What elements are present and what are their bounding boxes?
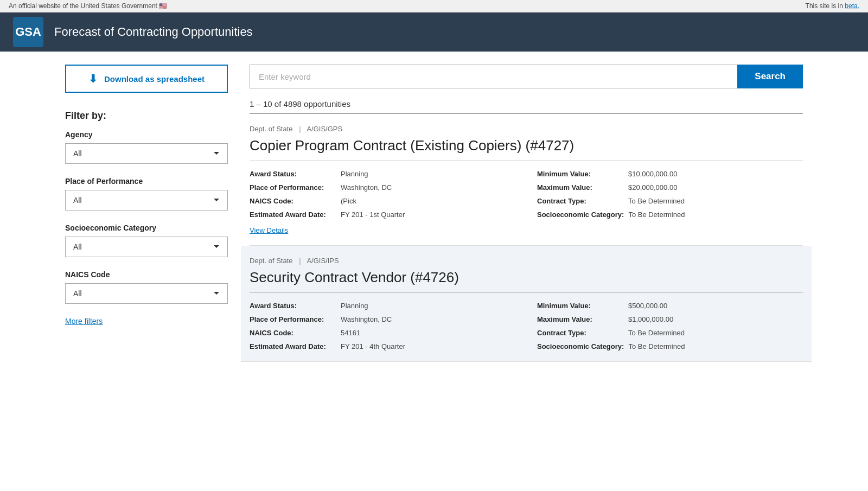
search-input[interactable] xyxy=(250,65,737,88)
socioeconomic-category-row-2: Socioeconomic Category: To Be Determined xyxy=(537,342,803,350)
place-of-performance-filter-label: Place of Performance xyxy=(65,177,228,186)
naics-code-row: NAICS Code: (Pick xyxy=(250,197,515,205)
estimated-award-date-row-2: Estimated Award Date: FY 201 - 4th Quart… xyxy=(250,342,515,350)
download-spreadsheet-button[interactable]: ⬇ Download as spreadsheet xyxy=(65,65,228,93)
socioeconomic-category-row: Socioeconomic Category: To Be Determined xyxy=(537,211,803,219)
award-status-row-2: Award Status: Planning xyxy=(250,302,515,310)
contract-type-row: Contract Type: To Be Determined xyxy=(537,197,803,205)
beta-notice: This site is in beta. xyxy=(806,2,859,10)
search-bar: Search xyxy=(250,65,803,88)
contract-type-row-2: Contract Type: To Be Determined xyxy=(537,329,803,337)
naics-code-filter-select[interactable]: All xyxy=(65,283,228,304)
card-title-4727: Copier Program Contract (Existing Copier… xyxy=(250,137,803,154)
gsa-logo: GSA xyxy=(13,17,43,47)
download-icon: ⬇ xyxy=(88,72,98,85)
estimated-award-date-row: Estimated Award Date: FY 201 - 1st Quart… xyxy=(250,211,515,219)
gov-banner: An official website of the United States… xyxy=(0,0,868,12)
minimum-value-row: Minimum Value: $10,000,000.00 xyxy=(537,170,803,178)
sidebar: ⬇ Download as spreadsheet Filter by: Age… xyxy=(65,65,228,362)
place-of-performance-filter-select[interactable]: All xyxy=(65,190,228,211)
card-title-4726: Security Contract Vendor (#4726) xyxy=(250,269,803,286)
naics-code-row-2: NAICS Code: 54161 xyxy=(250,329,515,337)
beta-link[interactable]: beta. xyxy=(845,2,859,10)
opportunity-card-4726: Dept. of State | A/GIS/IPS Security Cont… xyxy=(241,246,812,362)
content-area: Search 1 – 10 of 4898 opportunities Dept… xyxy=(250,65,803,362)
site-title: Forecast of Contracting Opportunities xyxy=(54,25,253,39)
card-divider-4727 xyxy=(250,161,803,161)
results-count: 1 – 10 of 4898 opportunities xyxy=(250,99,803,109)
minimum-value-row-2: Minimum Value: $500,000.00 xyxy=(537,302,803,310)
maximum-value-row-2: Maximum Value: $1,000,000.00 xyxy=(537,315,803,323)
search-button[interactable]: Search xyxy=(737,65,803,88)
place-of-performance-row-2: Place of Performance: Washington, DC xyxy=(250,315,515,323)
socioeconomic-category-filter-select[interactable]: All xyxy=(65,237,228,257)
card-details-4727: Award Status: Planning Minimum Value: $1… xyxy=(250,170,803,234)
more-filters-link[interactable]: More filters xyxy=(65,317,103,326)
card-breadcrumb-4727: Dept. of State | A/GIS/GPS xyxy=(250,125,803,133)
main-container: ⬇ Download as spreadsheet Filter by: Age… xyxy=(43,52,825,375)
gov-official-text: An official website of the United States… xyxy=(9,2,167,10)
agency-filter-select[interactable]: All xyxy=(65,143,228,164)
award-status-row: Award Status: Planning xyxy=(250,170,515,178)
naics-code-filter-group: NAICS Code All xyxy=(65,270,228,304)
socioeconomic-category-filter-group: Socioeconomic Category All xyxy=(65,224,228,257)
card-divider-4726 xyxy=(250,292,803,293)
maximum-value-row: Maximum Value: $20,000,000.00 xyxy=(537,183,803,192)
view-details-link-4727[interactable]: View Details xyxy=(250,226,288,234)
card-breadcrumb-4726: Dept. of State | A/GIS/IPS xyxy=(250,257,803,265)
socioeconomic-category-filter-label: Socioeconomic Category xyxy=(65,224,228,232)
opportunity-card-4727: Dept. of State | A/GIS/GPS Copier Progra… xyxy=(250,114,803,246)
card-details-4726: Award Status: Planning Minimum Value: $5… xyxy=(250,302,803,350)
filter-by-label: Filter by: xyxy=(65,110,228,122)
naics-code-filter-label: NAICS Code xyxy=(65,270,228,279)
place-of-performance-row: Place of Performance: Washington, DC xyxy=(250,183,515,192)
place-of-performance-filter-group: Place of Performance All xyxy=(65,177,228,211)
agency-filter-label: Agency xyxy=(65,130,228,139)
site-header: GSA Forecast of Contracting Opportunitie… xyxy=(0,12,868,52)
agency-filter-group: Agency All xyxy=(65,130,228,164)
